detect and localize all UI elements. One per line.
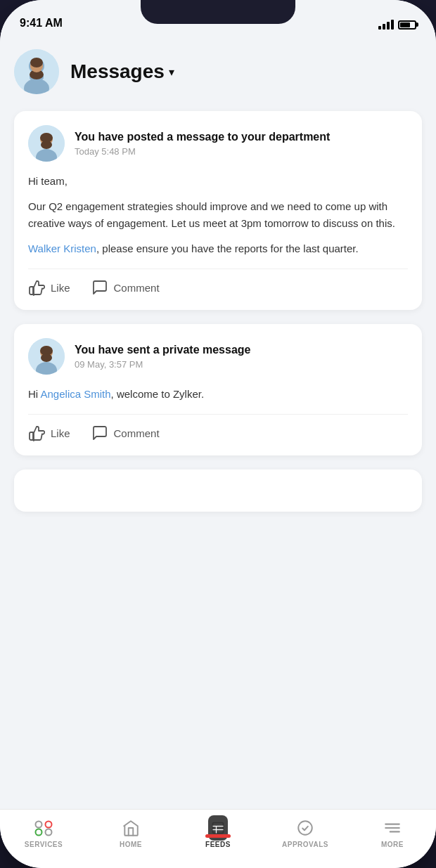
card-1-title: You have posted a message to your depart… [75, 130, 408, 145]
card-1-body-line2: Our Q2 engagement strategies should impr… [28, 198, 408, 232]
card-1-like-button[interactable]: Like [28, 279, 70, 296]
like-icon [28, 279, 45, 296]
notch [141, 0, 295, 24]
svg-point-6 [30, 58, 43, 67]
nav-item-feeds[interactable]: FEEDS [174, 818, 262, 848]
nav-services-label: SERVICES [25, 841, 63, 848]
message-card-2: You have sent a private message 09 May, … [14, 324, 422, 455]
card-1-header: You have posted a message to your depart… [28, 125, 408, 162]
card-1-time: Today 5:48 PM [75, 146, 408, 157]
svg-point-10 [41, 141, 52, 149]
card-2-body-prefix: Hi [28, 388, 41, 400]
phone-frame: 9:41 AM [0, 0, 436, 868]
card-2-header: You have sent a private message 09 May, … [28, 338, 408, 375]
card-2-comment-label: Comment [114, 427, 160, 439]
card-2-like-label: Like [51, 427, 70, 439]
card-2-mention: Angelica Smith [41, 388, 111, 400]
battery-icon [398, 20, 416, 30]
card-1-avatar-image [28, 125, 65, 162]
avatar-image [14, 49, 59, 94]
svg-point-15 [41, 354, 52, 362]
status-time: 9:41 AM [20, 17, 63, 30]
message-card-1: You have posted a message to your depart… [14, 111, 422, 310]
dropdown-arrow-icon[interactable]: ▾ [169, 65, 174, 79]
card-1-like-label: Like [51, 282, 70, 294]
main-content: Messages ▾ [0, 35, 436, 809]
feeds-icon [208, 818, 228, 838]
card-1-avatar [28, 125, 65, 162]
approvals-icon [295, 818, 315, 838]
svg-point-17 [36, 822, 42, 828]
nav-item-approvals[interactable]: APPROVALS [262, 818, 349, 848]
bottom-nav: SERVICES HOME [0, 809, 436, 868]
services-icon [34, 818, 53, 838]
card-1-header-text: You have posted a message to your depart… [75, 130, 408, 157]
card-1-comment-button[interactable]: Comment [91, 279, 160, 296]
card-2-comment-button[interactable]: Comment [91, 425, 160, 441]
card-2-time: 09 May, 3:57 PM [75, 359, 408, 370]
page-header: Messages ▾ [14, 49, 422, 94]
card-2-actions: Like Comment [28, 425, 408, 441]
card-2-divider [28, 414, 408, 415]
phone-screen: 9:41 AM [0, 0, 436, 868]
nav-item-services[interactable]: SERVICES [0, 818, 87, 848]
svg-rect-21 [213, 823, 224, 834]
card-1-body: Hi team, Our Q2 engagement strategies sh… [28, 173, 408, 257]
card-2-body: Hi Angelica Smith, welcome to Zylker. [28, 386, 408, 403]
svg-point-19 [36, 829, 42, 836]
card-2-avatar [28, 338, 65, 375]
comment-icon-2 [91, 425, 108, 441]
feeds-active-indicator [205, 834, 231, 838]
page-title: Messages [70, 60, 165, 83]
card-1-mention: Walker Kristen [28, 242, 96, 254]
nav-item-more[interactable]: MORE [349, 818, 436, 848]
card-1-body-line3: , please ensure you have the reports for… [96, 242, 359, 254]
more-icon [383, 818, 402, 838]
like-icon-2 [28, 425, 45, 441]
nav-more-label: MORE [381, 841, 404, 848]
card-1-body-mention-line: Walker Kristen, please ensure you have t… [28, 240, 408, 257]
card-2-like-button[interactable]: Like [28, 425, 70, 441]
card-1-body-line1: Hi team, [28, 173, 408, 190]
svg-point-20 [46, 829, 52, 836]
svg-point-18 [46, 822, 52, 828]
status-icons [378, 20, 416, 30]
svg-point-25 [298, 821, 312, 835]
card-1-divider [28, 268, 408, 269]
nav-approvals-label: APPROVALS [282, 841, 328, 848]
card-2-title: You have sent a private message [75, 343, 408, 358]
home-icon [121, 818, 141, 838]
signal-icon [378, 20, 394, 30]
card-1-actions: Like Comment [28, 279, 408, 296]
card-2-header-text: You have sent a private message 09 May, … [75, 343, 408, 370]
card-2-avatar-image [28, 338, 65, 375]
card-2-body-text: Hi Angelica Smith, welcome to Zylker. [28, 386, 408, 403]
card-2-body-suffix: , welcome to Zylker. [111, 388, 205, 400]
nav-item-home[interactable]: HOME [87, 818, 174, 848]
nav-home-label: HOME [120, 841, 142, 848]
comment-icon [91, 279, 108, 296]
message-card-3-stub [14, 469, 422, 512]
avatar [14, 49, 59, 94]
card-1-comment-label: Comment [114, 282, 160, 294]
nav-feeds-label: FEEDS [205, 841, 231, 848]
